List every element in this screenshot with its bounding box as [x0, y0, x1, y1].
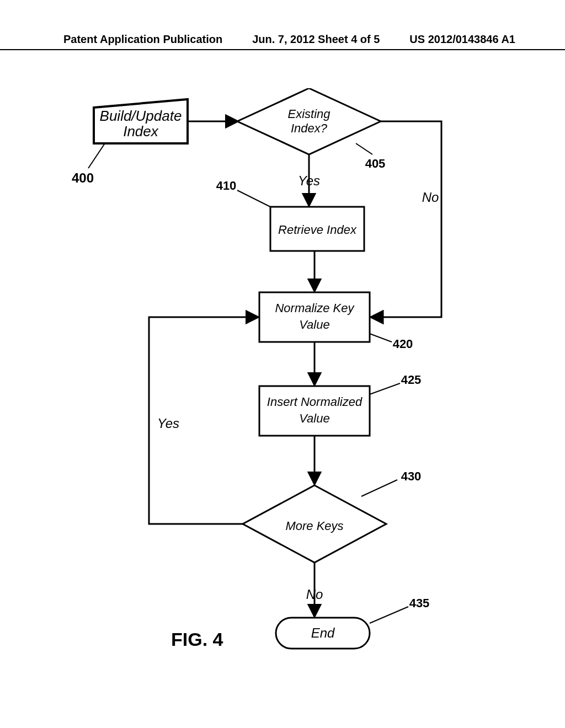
- leader-430: [361, 480, 397, 496]
- flowchart: Build/Update Index 400 Existing Index? 4…: [55, 88, 508, 689]
- start-line1: Build/Update: [100, 108, 182, 124]
- morekeys-text: More Keys: [285, 519, 343, 533]
- normalize-line2: Value: [299, 318, 329, 331]
- existing-line2: Index?: [291, 121, 328, 135]
- page-header: Patent Application Publication Jun. 7, 2…: [0, 33, 565, 50]
- ref-405: 405: [365, 157, 386, 170]
- edge-no1: [371, 121, 441, 317]
- label-no1: No: [422, 190, 439, 205]
- retrieve-text: Retrieve Index: [278, 223, 357, 237]
- normalize-line1: Normalize Key: [275, 301, 355, 315]
- node-existing-index: Existing Index?: [237, 88, 381, 154]
- ref-425: 425: [401, 373, 422, 387]
- ref-435: 435: [409, 596, 430, 610]
- label-yes2: Yes: [157, 416, 179, 431]
- ref-430: 430: [401, 469, 422, 483]
- insert-line1: Insert Normalized: [267, 395, 363, 409]
- existing-line1: Existing: [287, 107, 331, 121]
- node-insert: Insert Normalized Value: [259, 386, 370, 436]
- header-right: US 2012/0143846 A1: [409, 33, 515, 46]
- leader-435: [370, 607, 408, 623]
- node-start: Build/Update Index: [94, 99, 188, 143]
- insert-line2: Value: [299, 411, 329, 425]
- leader-425: [370, 383, 400, 394]
- ref-420: 420: [393, 337, 413, 351]
- header-left: Patent Application Publication: [63, 33, 222, 46]
- node-normalize: Normalize Key Value: [259, 292, 370, 342]
- leader-420: [370, 334, 392, 342]
- end-text: End: [311, 625, 335, 640]
- leader-410: [237, 190, 270, 207]
- header-center: Jun. 7, 2012 Sheet 4 of 5: [252, 33, 380, 46]
- ref-410: 410: [216, 179, 237, 192]
- leader-405: [356, 143, 372, 154]
- node-end: End: [276, 618, 370, 649]
- label-yes1: Yes: [298, 173, 320, 188]
- node-retrieve-index: Retrieve Index: [270, 207, 364, 251]
- start-line2: Index: [123, 123, 159, 140]
- node-more-keys: More Keys: [243, 485, 386, 563]
- ref-400: 400: [72, 170, 94, 185]
- figure-title: FIG. 4: [171, 629, 223, 650]
- leader-400: [88, 143, 105, 168]
- label-no2: No: [306, 587, 323, 602]
